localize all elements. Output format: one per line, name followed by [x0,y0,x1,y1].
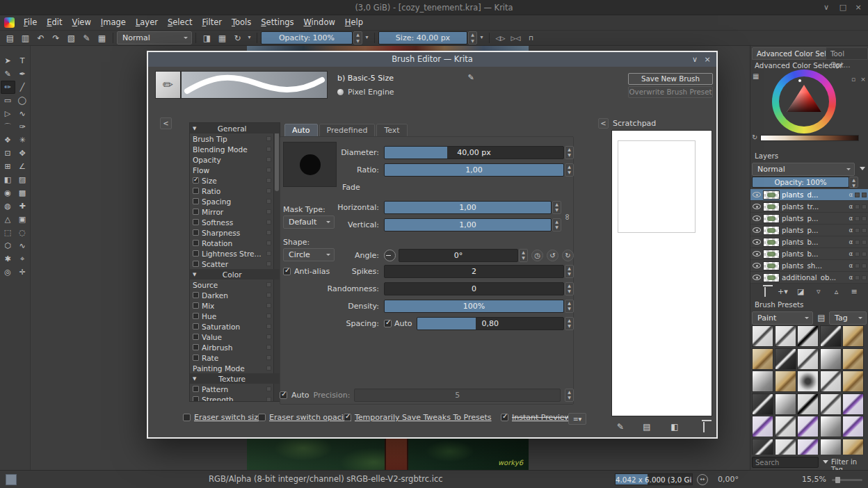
inherit-alpha-icon[interactable] [855,204,860,209]
randomness-slider[interactable]: 0 [384,282,564,295]
layer-row[interactable]: additional_ob... α [750,272,868,284]
brush-option-row[interactable]: ▼ Pattern [190,384,280,394]
inherit-alpha-icon[interactable] [855,228,860,233]
add-layer-button[interactable]: +▾ [776,287,789,296]
instant-preview-row[interactable]: Instant Preview [501,413,571,422]
brush-preset-tile[interactable] [842,416,864,437]
reload-dropdown-arrow[interactable]: ▾ [246,31,253,44]
float-docker-icon[interactable]: ▫ [849,75,858,83]
brush-preset-tile[interactable] [752,371,773,392]
option-checkbox[interactable] [193,344,199,350]
delete-layer-button[interactable] [759,287,771,296]
tool-zoom[interactable]: ◎ [1,266,15,279]
brush-option-row[interactable]: ▼ Ratio [190,186,280,196]
brush-option-row[interactable]: ▼ Lightness Stre... [190,248,280,259]
tool-poly-select[interactable]: ⬡ [1,239,15,252]
mask-type-select[interactable]: Default [283,215,335,229]
brush-preset-tile[interactable] [797,393,819,415]
inherit-alpha-icon[interactable] [855,252,860,257]
alpha-lock-icon[interactable]: α [849,191,853,198]
spikes-spinner[interactable]: ▲▼ [565,265,574,278]
layer-filter-funnel-icon[interactable] [860,167,865,170]
eraser-mode-icon[interactable]: ◨ [200,31,214,45]
brush-preset-tile[interactable] [820,416,842,437]
layer-visibility-eye-icon[interactable] [753,192,761,197]
brush-preset-tile[interactable] [752,393,773,415]
layer-thumbnail[interactable] [763,238,780,247]
option-lock-icon[interactable] [266,345,271,350]
size-dropdown-arrow[interactable]: ▾ [478,31,485,44]
tool-assistants[interactable]: △ [1,213,15,226]
brush-preset-tile[interactable] [842,348,864,370]
layer-row[interactable]: plants_p... α [750,213,868,225]
menu-item[interactable]: Layer [131,15,163,30]
tool-dynamic-brush[interactable]: ❖ [1,133,15,147]
size-slider[interactable]: Size: 40,00 px [378,31,467,44]
close-docker-icon[interactable]: × [859,75,867,83]
alpha-lock-icon[interactable]: α [849,274,853,281]
brush-option-row[interactable]: ▼ Spacing [190,196,280,206]
tool-pan[interactable]: ✛ [15,266,30,279]
brush-preset-tile[interactable] [842,393,864,415]
color-history-refresh-icon[interactable]: ↻ [752,133,757,141]
tool-calligraphy[interactable]: ✒ [15,67,30,81]
eraser-switch-opacity-row[interactable]: Eraser switch opacity [258,413,351,422]
brush-option-row[interactable]: ▼ Mix [190,300,280,311]
preserve-alpha-icon[interactable]: ▦ [215,31,230,45]
menu-item[interactable]: Window [298,15,339,30]
layer-blending-mode-select[interactable]: Normal [752,163,855,176]
scratchpad-display-icon[interactable]: ▤ [641,421,653,432]
option-lock-icon[interactable] [266,387,271,391]
brush-option-row[interactable]: ▼ Sharpness [190,227,280,238]
layer-row[interactable]: plants_tr... α [750,201,868,213]
layer-visibility-eye-icon[interactable] [753,263,761,268]
scratchpad-paint-icon[interactable]: ✎ [614,421,627,432]
eraser-switch-opacity-checkbox[interactable] [258,414,266,421]
option-lock-icon[interactable] [266,303,271,308]
auto-precision-checkbox[interactable] [280,391,287,399]
brush-preset-tile[interactable] [775,325,796,347]
color-history-strip[interactable] [760,135,859,141]
brush-option-row[interactable]: ▼ Airbrush [190,342,280,352]
density-spinner[interactable]: ▲▼ [565,300,574,313]
brush-preset-tile[interactable] [752,325,773,347]
option-checkbox[interactable] [193,261,199,267]
menu-item[interactable]: Filter [197,15,226,30]
brush-option-row[interactable]: ▼ Hue [190,311,280,321]
fade-horizontal-slider[interactable]: 1,00 [384,201,552,214]
brush-option-row[interactable]: ▼ Softness [190,217,280,227]
tool-freehand-path[interactable]: ✑ [15,120,30,133]
brush-preset-tile[interactable] [820,348,842,370]
menu-item[interactable]: Help [340,15,368,30]
tool-fill[interactable]: ◧ [1,173,15,186]
dialog-titlebar[interactable]: Brush Editor — Krita ∨ × [148,52,716,67]
layer-visibility-eye-icon[interactable] [753,227,761,233]
redo-icon[interactable]: ↷ [49,31,63,45]
scratchpad-clear-icon[interactable] [698,421,710,432]
tool-reference-images[interactable]: ▣ [15,213,30,226]
duplicate-layer-button[interactable]: ◪ [794,287,807,296]
brush-option-row[interactable]: ▼ Rotation [190,238,280,248]
option-checkbox[interactable] [193,334,199,340]
brush-preset-tile[interactable] [797,348,819,370]
option-checkbox[interactable] [193,302,199,309]
window-close-button[interactable]: × [850,0,867,15]
tool-freehand-select[interactable]: ∿ [15,239,30,252]
brush-preset-tile[interactable] [775,371,796,392]
option-lock-icon[interactable] [266,251,271,256]
option-lock-icon[interactable] [266,199,271,204]
zoom-slider-handle[interactable] [835,477,840,483]
tool-bezier-curve[interactable]: ⌒ [1,120,15,133]
tab-auto[interactable]: Auto [284,124,318,137]
layer-row[interactable]: plants_d... α [750,189,868,201]
tool-magnetic-select[interactable]: ⌖ [15,252,30,266]
precision-slider[interactable]: 5 [354,389,561,402]
tool-rect-select[interactable]: ⬚ [1,226,15,239]
brush-preset-tile[interactable] [820,371,842,392]
option-lock-icon[interactable] [266,178,271,183]
color-selector-settings-icon[interactable]: ▦ [753,72,759,80]
undo-icon[interactable]: ↶ [33,31,48,45]
option-lock-icon[interactable] [266,366,271,371]
angle-clock-icon[interactable]: ◷ [531,250,543,261]
scratchpad-fill-icon[interactable]: ◧ [668,421,681,432]
